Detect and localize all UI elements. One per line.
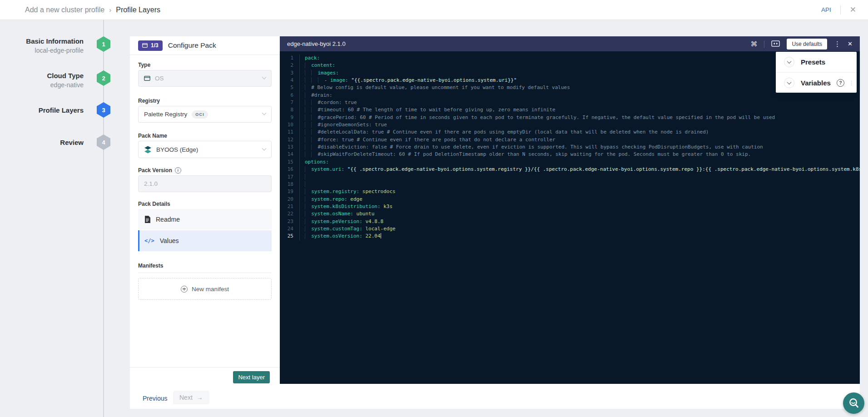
use-defaults-button[interactable]: Use defaults — [787, 39, 827, 50]
header-divider — [840, 5, 841, 15]
code-line[interactable]: 14 #skipWaitForDeleteTimeout: 60 # If po… — [280, 151, 860, 158]
close-icon[interactable]: ✕ — [850, 6, 856, 14]
presets-row[interactable]: Presets — [776, 52, 857, 72]
manifests-divider — [138, 273, 272, 273]
previous-button[interactable]: Previous — [143, 395, 167, 402]
variables-row[interactable]: Variables ? ⋮ — [776, 72, 857, 93]
chevron-down-icon[interactable] — [784, 78, 794, 88]
code-line[interactable]: 11 #deleteLocalData: true # Continue eve… — [280, 129, 860, 136]
code-line[interactable]: 22 system.osName: ubuntu — [280, 210, 860, 218]
next-button[interactable]: Next → — [173, 391, 209, 404]
code-line[interactable]: 15options: — [280, 159, 860, 166]
magnifier-smile-icon — [848, 397, 860, 409]
new-manifest-button[interactable]: New manifest — [138, 278, 272, 300]
api-link[interactable]: API — [821, 6, 831, 13]
window-icon — [142, 43, 148, 48]
yaml-code-editor[interactable]: 1pack:2 content:3 images:4 - image: "{{.… — [280, 51, 860, 384]
top-header: Add a new cluster profile › Profile Laye… — [0, 0, 868, 20]
code-line[interactable]: 1pack: — [280, 55, 860, 62]
line-number: 15 — [280, 159, 299, 166]
line-number: 25 — [280, 233, 299, 240]
pack-details-label: Pack Details — [138, 201, 170, 207]
line-number: 2 — [280, 62, 299, 69]
readme-tab[interactable]: Readme — [138, 209, 272, 229]
code-line[interactable]: 10 #ignoreDaemonSets: true — [280, 121, 860, 129]
plus-circle-icon — [181, 286, 188, 293]
line-number: 22 — [280, 210, 299, 218]
line-number: 12 — [280, 136, 299, 144]
line-number: 5 — [280, 84, 299, 91]
panel-title: Configure Pack — [168, 41, 216, 50]
code-line[interactable]: 7 #cordon: true — [280, 99, 860, 106]
presets-variables-popup: Presets Variables ? ⋮ — [776, 52, 857, 93]
pack-name-select[interactable]: BYOOS (Edge) — [138, 141, 272, 158]
help-icon[interactable]: ? — [837, 79, 844, 87]
line-number: 9 — [280, 114, 299, 121]
help-chat-button[interactable] — [843, 392, 864, 414]
code-line[interactable]: 23 system.peVersion: v4.8.8 — [280, 218, 860, 225]
type-select[interactable]: OS — [138, 70, 272, 87]
line-number: 23 — [280, 218, 299, 225]
step-subtitle: local-edge-profile — [26, 47, 84, 54]
breadcrumb-parent-link[interactable]: Add a new cluster profile — [25, 6, 104, 14]
breadcrumb: Add a new cluster profile › Profile Laye… — [25, 6, 160, 14]
next-layer-button[interactable]: Next layer — [233, 371, 270, 383]
line-number: 21 — [280, 203, 299, 210]
code-line[interactable]: 5 # Below config is default value, pleas… — [280, 84, 860, 91]
document-icon — [144, 216, 150, 223]
step-title: Profile Layers — [39, 106, 84, 114]
byoos-layers-icon — [144, 146, 152, 154]
line-number: 7 — [280, 99, 299, 106]
code-line[interactable]: 21 system.k8sDistribution: k3s — [280, 203, 860, 210]
line-number: 14 — [280, 151, 299, 158]
code-line[interactable]: 13 #disableEviction: false # Force drain… — [280, 144, 860, 151]
code-line[interactable]: 24 system.customTag: local-edge — [280, 225, 860, 233]
line-number: 3 — [280, 70, 299, 77]
pack-step-badge: 1/3 — [138, 40, 163, 51]
chevron-down-icon[interactable] — [784, 57, 794, 67]
code-icon: </> — [144, 238, 154, 244]
code-line[interactable]: 4 - image: "{{.spectro.pack.edge-native-… — [280, 77, 860, 84]
editor-close-icon[interactable]: ✕ — [848, 40, 853, 47]
code-line[interactable]: 18 — [280, 181, 860, 188]
code-line[interactable]: 6 #drain: — [280, 92, 860, 99]
code-line[interactable]: 19 system.registry: spectrodocs — [280, 188, 860, 195]
line-number: 13 — [280, 144, 299, 151]
configure-pack-panel: 1/3 Configure Pack Type OS Registry Pale… — [130, 36, 280, 384]
editor-header: edge-native-byoi 2.1.0 ⌘ Use defaults ⋮ … — [280, 36, 860, 51]
code-line[interactable]: 25 system.osVersion: 22.04 — [280, 233, 860, 240]
editor-header-divider — [764, 40, 764, 48]
editor-pack-title: edge-native-byoi 2.1.0 — [287, 40, 346, 47]
code-line[interactable]: 2 content: — [280, 62, 860, 69]
chevron-down-icon — [262, 111, 267, 115]
step-subtitle: edge-native — [47, 81, 84, 89]
split-view-icon[interactable] — [771, 40, 780, 48]
values-tab[interactable]: </> Values — [138, 230, 272, 251]
step-title: Basic Information — [26, 37, 84, 45]
code-lines: 1pack:2 content:3 images:4 - image: "{{.… — [280, 55, 860, 240]
manifests-label: Manifests — [138, 263, 163, 269]
type-label: Type — [138, 62, 150, 68]
step-number-badge: 4 — [97, 134, 110, 150]
code-line[interactable]: 12 #force: true # Continue even if there… — [280, 136, 860, 144]
code-line[interactable]: 8 #timeout: 60 # The length of time to w… — [280, 106, 860, 114]
registry-label: Registry — [138, 98, 160, 104]
line-number: 11 — [280, 129, 299, 136]
info-icon[interactable]: i — [175, 167, 181, 174]
expand-command-icon[interactable]: ⌘ — [750, 40, 757, 47]
line-number: 10 — [280, 121, 299, 129]
step-number-badge: 3 — [97, 102, 110, 118]
code-line[interactable]: 20 system.repo: edge — [280, 196, 860, 203]
line-number: 8 — [280, 106, 299, 114]
code-line[interactable]: 17 — [280, 174, 860, 181]
kebab-menu-icon[interactable]: ⋮ — [848, 79, 854, 86]
line-number: 4 — [280, 77, 299, 84]
pack-version-select[interactable]: 2.1.0 — [138, 175, 272, 192]
step-title: Review — [60, 139, 84, 146]
code-line[interactable]: 16 system.uri: "{{ .spectro.pack.edge-na… — [280, 166, 860, 173]
code-line[interactable]: 3 images: — [280, 70, 860, 77]
registry-select[interactable]: Palette Registry OCI — [138, 106, 272, 123]
code-line[interactable]: 9 #gracePeriod: 60 # Period of time in s… — [280, 114, 860, 121]
breadcrumb-separator: › — [109, 6, 111, 14]
kebab-menu-icon[interactable]: ⋮ — [834, 40, 841, 48]
